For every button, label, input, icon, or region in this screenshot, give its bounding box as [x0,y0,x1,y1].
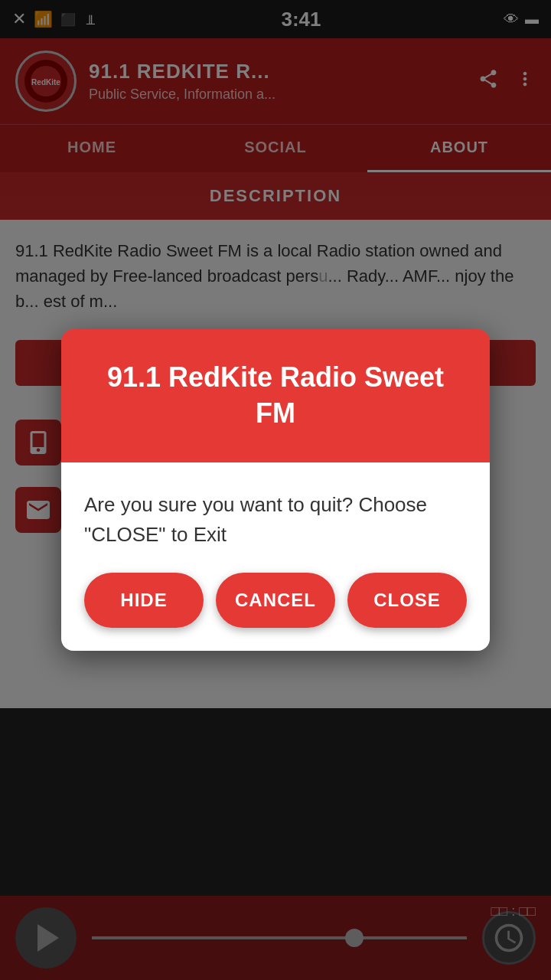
dialog-buttons: HIDE CANCEL CLOSE [84,573,467,628]
cancel-button[interactable]: CANCEL [216,573,335,628]
dialog-title: 91.1 RedKite Radio Sweet FM [84,360,467,432]
quit-dialog: 91.1 RedKite Radio Sweet FM Are you sure… [61,329,490,651]
dialog-header: 91.1 RedKite Radio Sweet FM [61,329,490,462]
hide-button[interactable]: HIDE [84,573,204,628]
dialog-overlay: 91.1 RedKite Radio Sweet FM Are you sure… [0,0,551,980]
dialog-message: Are you sure you want to quit? Choose "C… [84,490,467,550]
close-button[interactable]: CLOSE [347,573,467,628]
dialog-body: Are you sure you want to quit? Choose "C… [61,462,490,651]
